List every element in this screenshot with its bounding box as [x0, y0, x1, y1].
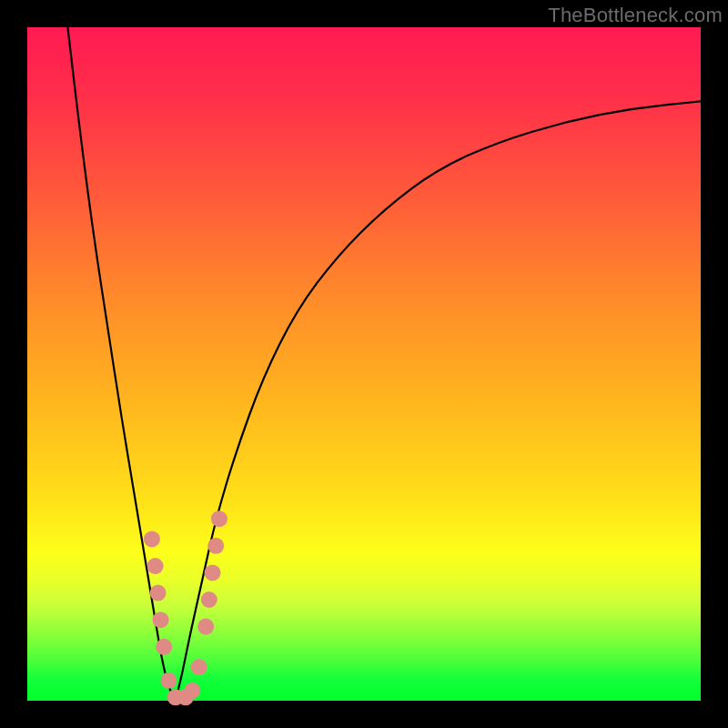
- chart-frame: TheBottleneck.com: [0, 0, 728, 728]
- data-marker: [156, 639, 172, 655]
- data-marker: [191, 659, 207, 675]
- bottleneck-curve-right: [176, 101, 701, 701]
- data-marker: [147, 558, 164, 574]
- data-marker: [160, 672, 177, 689]
- data-marker: [197, 619, 214, 635]
- data-marker: [153, 612, 169, 628]
- data-marker: [211, 511, 228, 527]
- data-marker: [201, 592, 217, 608]
- curve-layer: [27, 27, 701, 701]
- data-marker: [150, 585, 167, 602]
- data-markers: [144, 511, 228, 705]
- plot-area: [27, 27, 701, 701]
- data-marker: [207, 538, 224, 554]
- data-marker: [184, 682, 200, 699]
- data-marker: [205, 564, 221, 581]
- data-marker: [144, 531, 160, 547]
- watermark-text: TheBottleneck.com: [548, 4, 723, 27]
